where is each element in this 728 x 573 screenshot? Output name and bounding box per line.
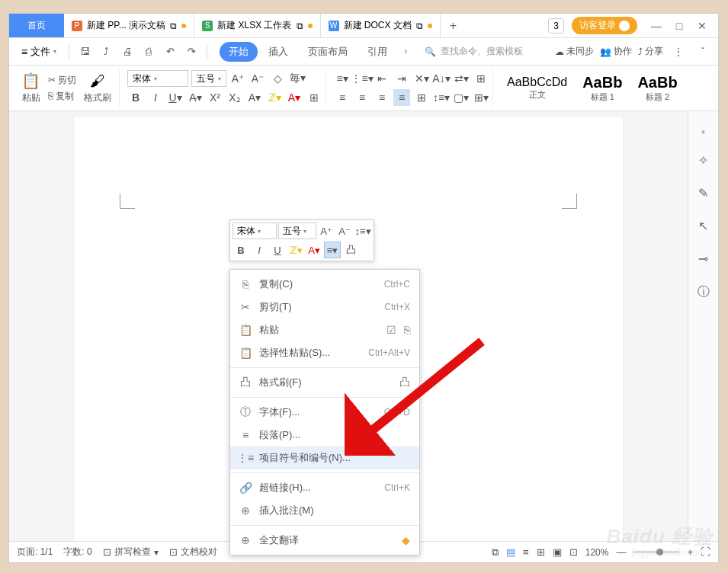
- share-button[interactable]: ⤴ 分享: [638, 45, 663, 58]
- increase-indent-button[interactable]: ⇥: [393, 70, 410, 87]
- help-pane-icon[interactable]: ⓘ: [698, 284, 710, 300]
- ctx-bullets-numbering[interactable]: ⋮≡ 项目符号和编号(N)...: [230, 447, 419, 469]
- tab-dup-icon[interactable]: ⧉: [170, 21, 177, 31]
- menu-tab-reference[interactable]: 引用: [358, 42, 396, 62]
- fit-icon[interactable]: ⊡: [569, 546, 578, 558]
- bullets-button[interactable]: ≡▾: [334, 70, 351, 87]
- style-heading1[interactable]: AaBb 标题 1: [576, 74, 628, 103]
- mini-justify-button[interactable]: ≡▾: [324, 242, 341, 258]
- text-effects-button[interactable]: A▾: [246, 89, 263, 106]
- text-direction-button[interactable]: ✕▾: [413, 70, 430, 87]
- increase-font-button[interactable]: A⁺: [229, 70, 246, 87]
- copy-button[interactable]: ⎘ 复制: [48, 90, 76, 103]
- search-box[interactable]: 🔍 查找命令、搜索模板: [425, 45, 523, 58]
- home-tab[interactable]: 首页: [9, 14, 64, 37]
- bold-button[interactable]: B: [127, 89, 144, 106]
- page-indicator[interactable]: 3: [548, 18, 564, 34]
- tab-dup-icon[interactable]: ⧉: [416, 21, 423, 31]
- edit-pane-icon[interactable]: ✎: [698, 186, 708, 200]
- ctx-cut[interactable]: ✂ 剪切(T) Ctrl+X: [230, 296, 419, 319]
- settings-pane-icon[interactable]: ⊸: [698, 251, 708, 266]
- mini-bold-button[interactable]: B: [233, 242, 249, 258]
- menu-tab-insert[interactable]: 插入: [259, 42, 297, 62]
- cut-button[interactable]: ✂ 剪切: [48, 74, 76, 87]
- tab-spreadsheet[interactable]: S 新建 XLSX 工作表 ⧉: [194, 14, 320, 37]
- word-count[interactable]: 字数: 0: [63, 546, 91, 559]
- new-tab-button[interactable]: +: [441, 14, 466, 37]
- subscript-button[interactable]: X₂: [226, 89, 243, 106]
- format-marks-button[interactable]: ⊞: [473, 70, 489, 87]
- strikethrough-button[interactable]: A̶▾: [187, 89, 204, 106]
- mini-font-size-select[interactable]: 五号 ▾: [278, 222, 316, 239]
- align-right-button[interactable]: ≡: [374, 89, 390, 106]
- line-spacing-button[interactable]: ↕≡▾: [433, 89, 450, 106]
- numbering-button[interactable]: ⋮≡▾: [354, 70, 370, 87]
- paste-button[interactable]: 📋 粘贴: [17, 72, 45, 104]
- style-heading2[interactable]: AaBb 标题 2: [631, 74, 683, 103]
- justify-button[interactable]: ≡: [393, 89, 410, 106]
- view-mode2-icon[interactable]: ▤: [506, 546, 515, 558]
- export-icon[interactable]: ⤴: [97, 43, 115, 61]
- mini-italic-button[interactable]: I: [251, 242, 268, 258]
- ctx-paste[interactable]: 📋 粘贴 ☑ ⎘: [230, 319, 419, 341]
- save-icon[interactable]: 🖫: [75, 43, 94, 61]
- phonetic-button[interactable]: ⊞: [306, 89, 322, 106]
- close-button[interactable]: ✕: [691, 15, 714, 37]
- format-painter-button[interactable]: 🖌 格式刷: [79, 72, 116, 104]
- borders-button[interactable]: ⊞▾: [473, 89, 489, 106]
- view-mode3-icon[interactable]: ≡: [523, 546, 529, 558]
- view-mode5-icon[interactable]: ▣: [553, 546, 562, 558]
- ctx-hyperlink[interactable]: 🔗 超链接(H)... Ctrl+K: [230, 476, 419, 499]
- paste-option2-icon[interactable]: ⎘: [404, 324, 410, 336]
- mini-line-spacing[interactable]: ↕≡▾: [354, 222, 371, 239]
- ctx-copy[interactable]: ⎘ 复制(C) Ctrl+C: [230, 273, 419, 296]
- mini-decrease-font[interactable]: A⁻: [336, 222, 353, 239]
- doc-review-button[interactable]: ⊡ 文档校对: [169, 546, 217, 559]
- more-tabs-button[interactable]: ›: [398, 42, 413, 62]
- highlight-button[interactable]: ℤ▾: [266, 89, 283, 106]
- convert-button[interactable]: ⇄▾: [453, 70, 470, 87]
- brush-option-icon[interactable]: 凸: [399, 376, 410, 389]
- view-mode4-icon[interactable]: ⊞: [537, 546, 545, 558]
- paste-option1-icon[interactable]: ☑: [386, 324, 396, 336]
- align-center-button[interactable]: ≡: [354, 89, 370, 106]
- mini-highlight-button[interactable]: ℤ▾: [287, 242, 304, 258]
- login-button[interactable]: 访客登录: [572, 17, 637, 34]
- font-size-select[interactable]: 五号 ▾: [191, 70, 226, 87]
- ctx-translate[interactable]: ⊕ 全文翻译 ◆: [230, 529, 419, 552]
- spellcheck-button[interactable]: ⊡ 拼写检查 ▾: [103, 546, 159, 559]
- zoom-level[interactable]: 120%: [585, 547, 609, 558]
- preview-icon[interactable]: ⎙: [140, 43, 158, 61]
- decrease-indent-button[interactable]: ⇤: [374, 70, 390, 87]
- collab-button[interactable]: 👥 协作: [600, 45, 632, 58]
- mini-increase-font[interactable]: A⁺: [318, 222, 335, 239]
- italic-button[interactable]: I: [147, 89, 164, 106]
- align-left-button[interactable]: ≡: [334, 89, 351, 106]
- distribute-button[interactable]: ⊞: [413, 89, 430, 106]
- print-icon[interactable]: 🖨: [118, 43, 136, 61]
- styles-pane-icon[interactable]: ✧: [698, 153, 708, 168]
- align-text-button[interactable]: A↓▾: [433, 70, 450, 87]
- minimize-button[interactable]: —: [645, 15, 668, 37]
- redo-icon[interactable]: ↷: [182, 43, 200, 61]
- maximize-button[interactable]: □: [668, 15, 691, 37]
- collapse-ribbon-icon[interactable]: ˇ: [694, 43, 712, 61]
- underline-button[interactable]: U▾: [167, 89, 184, 106]
- fullscreen-icon[interactable]: ⛶: [701, 546, 710, 558]
- zoom-in-button[interactable]: +: [687, 546, 693, 558]
- shading-button[interactable]: ▢▾: [453, 89, 470, 106]
- change-case-button[interactable]: 毎▾: [289, 70, 306, 87]
- undo-icon[interactable]: ↶: [161, 43, 179, 61]
- tab-presentation[interactable]: P 新建 PP... 演示文稿 ⧉: [64, 14, 194, 37]
- clear-format-button[interactable]: ◇: [269, 70, 286, 87]
- ctx-paragraph[interactable]: ≡ 段落(P)...: [230, 424, 419, 447]
- unsync-button[interactable]: ☁ 未同步: [555, 45, 594, 58]
- ctx-insert-comment[interactable]: ⊕ 插入批注(M): [230, 499, 419, 522]
- menu-tab-layout[interactable]: 页面布局: [299, 42, 357, 62]
- menu-tab-start[interactable]: 开始: [220, 42, 258, 62]
- tab-document[interactable]: W 新建 DOCX 文档 ⧉: [321, 14, 441, 37]
- view-mode1-icon[interactable]: ⧉: [492, 546, 499, 559]
- zoom-out-button[interactable]: —: [616, 546, 626, 558]
- mini-underline-button[interactable]: U: [269, 242, 286, 258]
- font-name-select[interactable]: 宋体 ▾: [127, 70, 188, 87]
